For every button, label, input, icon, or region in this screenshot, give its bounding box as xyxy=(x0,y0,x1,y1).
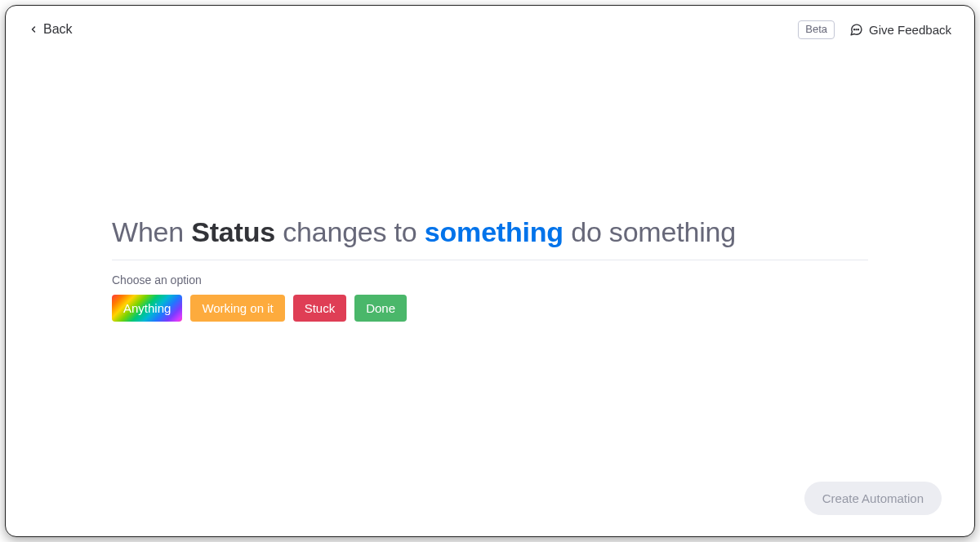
option-anything-button[interactable]: Anything xyxy=(112,295,182,322)
sentence-prefix: When xyxy=(112,216,191,247)
sentence-middle: changes to xyxy=(275,216,425,247)
give-feedback-button[interactable]: Give Feedback xyxy=(849,23,951,37)
svg-point-2 xyxy=(858,29,859,30)
create-automation-button[interactable]: Create Automation xyxy=(804,482,942,515)
option-working-button[interactable]: Working on it xyxy=(190,295,284,322)
chevron-left-icon xyxy=(29,24,38,34)
header: Back Beta Give Feedback xyxy=(6,6,974,39)
back-button[interactable]: Back xyxy=(29,22,73,37)
option-stuck-button[interactable]: Stuck xyxy=(293,295,347,322)
dialog-frame: Back Beta Give Feedback When Status chan… xyxy=(5,5,975,537)
sentence-suffix: do something xyxy=(564,216,736,247)
automation-content: When Status changes to something do some… xyxy=(112,216,868,322)
sentence-column[interactable]: Status xyxy=(191,216,275,247)
choose-option-label: Choose an option xyxy=(112,273,868,287)
header-right: Beta Give Feedback xyxy=(798,20,951,39)
options-row: AnythingWorking on itStuckDone xyxy=(112,295,868,322)
feedback-icon xyxy=(849,23,863,37)
sentence-target[interactable]: something xyxy=(425,216,564,247)
svg-point-1 xyxy=(854,29,855,30)
feedback-label: Give Feedback xyxy=(869,23,951,37)
option-done-button[interactable]: Done xyxy=(354,295,407,322)
automation-sentence: When Status changes to something do some… xyxy=(112,216,868,260)
svg-point-0 xyxy=(856,29,857,30)
beta-badge: Beta xyxy=(798,20,835,39)
back-label: Back xyxy=(43,22,73,37)
